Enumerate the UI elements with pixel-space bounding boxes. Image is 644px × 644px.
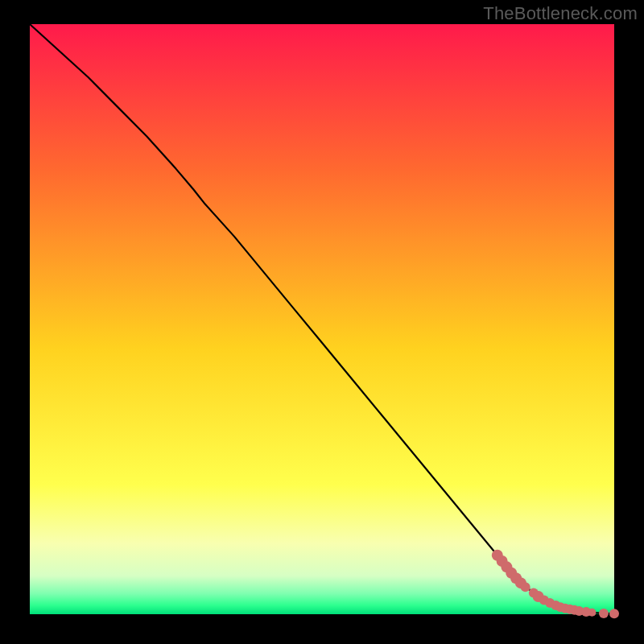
marker-dot xyxy=(521,582,530,592)
chart-stage: TheBottleneck.com xyxy=(0,0,644,644)
watermark-text: TheBottleneck.com xyxy=(483,3,638,24)
marker-dot xyxy=(599,609,609,618)
marker-dot xyxy=(588,609,596,617)
chart-svg xyxy=(0,0,644,644)
plot-area xyxy=(30,24,614,614)
marker-dot xyxy=(609,609,619,618)
